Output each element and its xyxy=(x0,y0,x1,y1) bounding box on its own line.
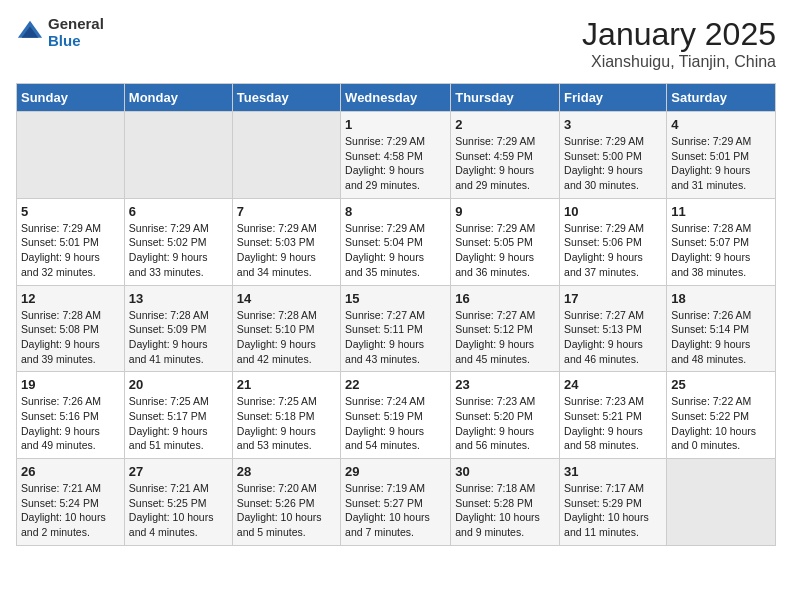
day-number: 16 xyxy=(455,291,555,306)
calendar-subtitle: Xianshuigu, Tianjin, China xyxy=(582,53,776,71)
day-number: 12 xyxy=(21,291,120,306)
calendar-cell xyxy=(232,112,340,199)
day-number: 7 xyxy=(237,204,336,219)
calendar-cell xyxy=(124,112,232,199)
calendar-cell: 24Sunrise: 7:23 AMSunset: 5:21 PMDayligh… xyxy=(560,372,667,459)
day-number: 13 xyxy=(129,291,228,306)
day-info: Sunrise: 7:23 AMSunset: 5:21 PMDaylight:… xyxy=(564,394,662,453)
calendar-cell: 12Sunrise: 7:28 AMSunset: 5:08 PMDayligh… xyxy=(17,285,125,372)
day-info: Sunrise: 7:25 AMSunset: 5:18 PMDaylight:… xyxy=(237,394,336,453)
day-info: Sunrise: 7:27 AMSunset: 5:12 PMDaylight:… xyxy=(455,308,555,367)
day-number: 9 xyxy=(455,204,555,219)
weekday-header-monday: Monday xyxy=(124,84,232,112)
logo: General Blue xyxy=(16,16,104,49)
calendar-cell: 19Sunrise: 7:26 AMSunset: 5:16 PMDayligh… xyxy=(17,372,125,459)
day-number: 19 xyxy=(21,377,120,392)
weekday-header-friday: Friday xyxy=(560,84,667,112)
calendar-cell: 23Sunrise: 7:23 AMSunset: 5:20 PMDayligh… xyxy=(451,372,560,459)
calendar-cell: 21Sunrise: 7:25 AMSunset: 5:18 PMDayligh… xyxy=(232,372,340,459)
day-number: 14 xyxy=(237,291,336,306)
calendar-cell xyxy=(17,112,125,199)
day-number: 3 xyxy=(564,117,662,132)
calendar-cell: 4Sunrise: 7:29 AMSunset: 5:01 PMDaylight… xyxy=(667,112,776,199)
calendar-title: January 2025 xyxy=(582,16,776,53)
calendar-cell: 17Sunrise: 7:27 AMSunset: 5:13 PMDayligh… xyxy=(560,285,667,372)
day-info: Sunrise: 7:27 AMSunset: 5:13 PMDaylight:… xyxy=(564,308,662,367)
day-info: Sunrise: 7:29 AMSunset: 5:01 PMDaylight:… xyxy=(21,221,120,280)
day-info: Sunrise: 7:29 AMSunset: 5:02 PMDaylight:… xyxy=(129,221,228,280)
day-info: Sunrise: 7:27 AMSunset: 5:11 PMDaylight:… xyxy=(345,308,446,367)
day-info: Sunrise: 7:29 AMSunset: 5:03 PMDaylight:… xyxy=(237,221,336,280)
calendar-cell: 14Sunrise: 7:28 AMSunset: 5:10 PMDayligh… xyxy=(232,285,340,372)
day-number: 28 xyxy=(237,464,336,479)
day-info: Sunrise: 7:26 AMSunset: 5:14 PMDaylight:… xyxy=(671,308,771,367)
weekday-header-thursday: Thursday xyxy=(451,84,560,112)
day-info: Sunrise: 7:28 AMSunset: 5:08 PMDaylight:… xyxy=(21,308,120,367)
calendar-cell: 22Sunrise: 7:24 AMSunset: 5:19 PMDayligh… xyxy=(341,372,451,459)
day-number: 2 xyxy=(455,117,555,132)
day-info: Sunrise: 7:20 AMSunset: 5:26 PMDaylight:… xyxy=(237,481,336,540)
day-number: 15 xyxy=(345,291,446,306)
calendar-cell: 3Sunrise: 7:29 AMSunset: 5:00 PMDaylight… xyxy=(560,112,667,199)
day-number: 20 xyxy=(129,377,228,392)
day-number: 31 xyxy=(564,464,662,479)
calendar-cell: 10Sunrise: 7:29 AMSunset: 5:06 PMDayligh… xyxy=(560,198,667,285)
page-header: General Blue January 2025 Xianshuigu, Ti… xyxy=(16,16,776,71)
calendar-cell: 27Sunrise: 7:21 AMSunset: 5:25 PMDayligh… xyxy=(124,459,232,546)
week-row-4: 19Sunrise: 7:26 AMSunset: 5:16 PMDayligh… xyxy=(17,372,776,459)
day-number: 26 xyxy=(21,464,120,479)
day-info: Sunrise: 7:21 AMSunset: 5:24 PMDaylight:… xyxy=(21,481,120,540)
weekday-header-saturday: Saturday xyxy=(667,84,776,112)
week-row-2: 5Sunrise: 7:29 AMSunset: 5:01 PMDaylight… xyxy=(17,198,776,285)
day-number: 24 xyxy=(564,377,662,392)
day-info: Sunrise: 7:18 AMSunset: 5:28 PMDaylight:… xyxy=(455,481,555,540)
logo-general-text: General xyxy=(48,16,104,33)
logo-blue-text: Blue xyxy=(48,33,104,50)
week-row-5: 26Sunrise: 7:21 AMSunset: 5:24 PMDayligh… xyxy=(17,459,776,546)
calendar-cell: 8Sunrise: 7:29 AMSunset: 5:04 PMDaylight… xyxy=(341,198,451,285)
day-number: 29 xyxy=(345,464,446,479)
calendar-cell: 31Sunrise: 7:17 AMSunset: 5:29 PMDayligh… xyxy=(560,459,667,546)
day-info: Sunrise: 7:22 AMSunset: 5:22 PMDaylight:… xyxy=(671,394,771,453)
day-info: Sunrise: 7:29 AMSunset: 5:06 PMDaylight:… xyxy=(564,221,662,280)
calendar-cell: 15Sunrise: 7:27 AMSunset: 5:11 PMDayligh… xyxy=(341,285,451,372)
calendar-cell: 20Sunrise: 7:25 AMSunset: 5:17 PMDayligh… xyxy=(124,372,232,459)
day-info: Sunrise: 7:17 AMSunset: 5:29 PMDaylight:… xyxy=(564,481,662,540)
day-info: Sunrise: 7:28 AMSunset: 5:07 PMDaylight:… xyxy=(671,221,771,280)
day-number: 11 xyxy=(671,204,771,219)
calendar-cell: 28Sunrise: 7:20 AMSunset: 5:26 PMDayligh… xyxy=(232,459,340,546)
calendar-cell: 13Sunrise: 7:28 AMSunset: 5:09 PMDayligh… xyxy=(124,285,232,372)
day-number: 4 xyxy=(671,117,771,132)
day-number: 1 xyxy=(345,117,446,132)
day-info: Sunrise: 7:29 AMSunset: 4:58 PMDaylight:… xyxy=(345,134,446,193)
day-number: 27 xyxy=(129,464,228,479)
day-number: 17 xyxy=(564,291,662,306)
weekday-header-sunday: Sunday xyxy=(17,84,125,112)
day-info: Sunrise: 7:29 AMSunset: 5:00 PMDaylight:… xyxy=(564,134,662,193)
calendar-cell: 25Sunrise: 7:22 AMSunset: 5:22 PMDayligh… xyxy=(667,372,776,459)
calendar-cell: 11Sunrise: 7:28 AMSunset: 5:07 PMDayligh… xyxy=(667,198,776,285)
calendar-cell: 5Sunrise: 7:29 AMSunset: 5:01 PMDaylight… xyxy=(17,198,125,285)
weekday-header-tuesday: Tuesday xyxy=(232,84,340,112)
week-row-3: 12Sunrise: 7:28 AMSunset: 5:08 PMDayligh… xyxy=(17,285,776,372)
calendar-cell xyxy=(667,459,776,546)
day-number: 25 xyxy=(671,377,771,392)
day-number: 8 xyxy=(345,204,446,219)
calendar-cell: 18Sunrise: 7:26 AMSunset: 5:14 PMDayligh… xyxy=(667,285,776,372)
day-number: 22 xyxy=(345,377,446,392)
day-info: Sunrise: 7:29 AMSunset: 4:59 PMDaylight:… xyxy=(455,134,555,193)
logo-icon xyxy=(16,19,44,47)
calendar-cell: 6Sunrise: 7:29 AMSunset: 5:02 PMDaylight… xyxy=(124,198,232,285)
calendar-cell: 1Sunrise: 7:29 AMSunset: 4:58 PMDaylight… xyxy=(341,112,451,199)
logo-text: General Blue xyxy=(48,16,104,49)
day-number: 23 xyxy=(455,377,555,392)
day-info: Sunrise: 7:24 AMSunset: 5:19 PMDaylight:… xyxy=(345,394,446,453)
weekday-header-wednesday: Wednesday xyxy=(341,84,451,112)
calendar-cell: 30Sunrise: 7:18 AMSunset: 5:28 PMDayligh… xyxy=(451,459,560,546)
day-number: 18 xyxy=(671,291,771,306)
day-info: Sunrise: 7:21 AMSunset: 5:25 PMDaylight:… xyxy=(129,481,228,540)
calendar-cell: 16Sunrise: 7:27 AMSunset: 5:12 PMDayligh… xyxy=(451,285,560,372)
day-info: Sunrise: 7:29 AMSunset: 5:05 PMDaylight:… xyxy=(455,221,555,280)
calendar-cell: 2Sunrise: 7:29 AMSunset: 4:59 PMDaylight… xyxy=(451,112,560,199)
day-info: Sunrise: 7:29 AMSunset: 5:01 PMDaylight:… xyxy=(671,134,771,193)
